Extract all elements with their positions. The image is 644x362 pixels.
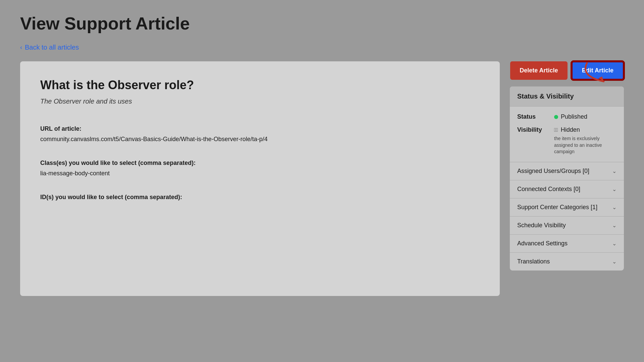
back-link-label: Back to all articles	[25, 44, 79, 51]
status-label: Status	[517, 113, 554, 120]
status-dot-icon	[554, 115, 558, 119]
connected-contexts-section[interactable]: Connected Contexts [0] ⌄	[510, 180, 624, 198]
chevron-left-icon: ‹	[20, 44, 22, 51]
edit-article-button[interactable]: Edit Article	[572, 61, 624, 80]
action-buttons: Delete Article Edit Article	[510, 61, 624, 80]
main-layout: What is the Observer role? The Observer …	[20, 61, 624, 296]
translations-section[interactable]: Translations ⌄	[510, 253, 624, 270]
url-label: URL of article:	[40, 125, 480, 132]
eye-slash-icon: 👁̸	[554, 127, 558, 133]
schedule-visibility-label: Schedule Visibility	[517, 222, 566, 229]
assigned-users-groups-section[interactable]: Assigned Users/Groups [0] ⌄	[510, 162, 624, 180]
chevron-down-icon: ⌄	[612, 186, 616, 192]
status-row: Status Published	[517, 113, 616, 120]
status-value: Published	[554, 113, 587, 120]
delete-article-button[interactable]: Delete Article	[510, 61, 567, 80]
page-title: View Support Article	[20, 13, 624, 34]
advanced-settings-section[interactable]: Advanced Settings ⌄	[510, 235, 624, 253]
visibility-text: Hidden	[561, 126, 580, 133]
status-visibility-header: Status & Visibility	[510, 86, 624, 107]
connected-contexts-label: Connected Contexts [0]	[517, 186, 580, 193]
classes-label: Class(es) you would like to select (comm…	[40, 160, 480, 167]
chevron-down-icon: ⌄	[612, 204, 616, 210]
schedule-visibility-section[interactable]: Schedule Visibility ⌄	[510, 217, 624, 235]
ids-field: ID(s) you would like to select (comma se…	[40, 194, 480, 201]
url-value: community.canvaslms.com/t5/Canvas-Basics…	[40, 136, 480, 143]
article-title: What is the Observer role?	[40, 78, 480, 92]
chevron-down-icon: ⌄	[612, 240, 616, 247]
support-center-categories-section[interactable]: Support Center Categories [1] ⌄	[510, 198, 624, 217]
visibility-description: the item is exclusively assigned to an i…	[554, 135, 616, 155]
chevron-down-icon: ⌄	[612, 258, 616, 265]
url-field: URL of article: community.canvaslms.com/…	[40, 125, 480, 143]
assigned-users-groups-label: Assigned Users/Groups [0]	[517, 168, 589, 175]
visibility-row: Visibility 👁̸ Hidden the item is exclusi…	[517, 126, 616, 155]
chevron-down-icon: ⌄	[612, 168, 616, 174]
chevron-down-icon: ⌄	[612, 222, 616, 229]
status-visibility-section: Status Published Visibility 👁̸ Hidden	[510, 107, 624, 162]
sidebar-panel: Status & Visibility Status Published Vis…	[510, 86, 624, 270]
visibility-label: Visibility	[517, 126, 554, 133]
advanced-settings-label: Advanced Settings	[517, 240, 568, 247]
classes-value: lia-message-body-content	[40, 170, 480, 177]
support-center-categories-label: Support Center Categories [1]	[517, 204, 597, 211]
classes-field: Class(es) you would like to select (comm…	[40, 160, 480, 177]
visibility-title: 👁̸ Hidden	[554, 126, 616, 133]
ids-label: ID(s) you would like to select (comma se…	[40, 194, 480, 201]
visibility-value-container: 👁̸ Hidden the item is exclusively assign…	[554, 126, 616, 155]
article-content: What is the Observer role? The Observer …	[20, 61, 500, 296]
status-text: Published	[561, 113, 587, 120]
article-subtitle: The Observer role and its uses	[40, 98, 480, 105]
sidebar: Delete Article Edit Article Status & Vis…	[510, 61, 624, 270]
back-link[interactable]: ‹ Back to all articles	[20, 44, 624, 51]
translations-label: Translations	[517, 258, 550, 265]
